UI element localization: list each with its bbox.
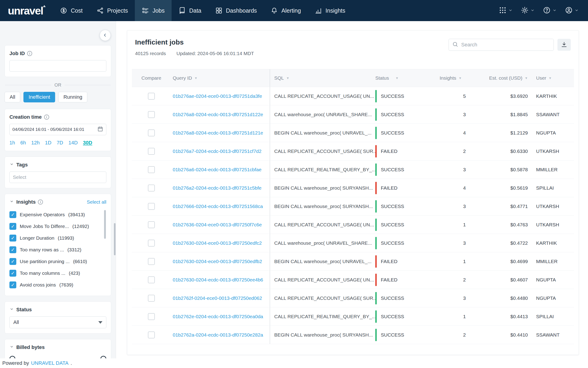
row-checkbox[interactable] <box>148 166 155 173</box>
nav-item-jobs[interactable]: Jobs <box>135 0 172 21</box>
row-checkbox[interactable] <box>148 221 155 228</box>
insight-filter-item[interactable]: ✓Too many columns ...(423) <box>9 267 106 279</box>
insight-filter-item[interactable]: ✓Expensive Operators(39413) <box>9 209 106 221</box>
sort-icon[interactable]: ▼ <box>395 76 399 80</box>
checkbox-checked-icon[interactable]: ✓ <box>9 235 16 241</box>
nav-item-insights[interactable]: Insights <box>308 0 352 21</box>
row-checkbox[interactable] <box>148 203 155 210</box>
row-checkbox[interactable] <box>148 313 155 320</box>
filter-tab-all[interactable]: All <box>5 92 20 102</box>
select-all-link[interactable]: Select all <box>87 199 106 205</box>
query-id-link[interactable]: 01b27630-0204-ece0-0013-df07250edfc2 <box>173 240 262 246</box>
sql-cell: CALL REPLICATE_ACCOUNT_USAGE( UN... <box>270 271 375 289</box>
insight-filter-item[interactable]: ✓Longer Duration(11993) <box>9 232 106 244</box>
insight-filter-item[interactable]: ✓Avoid cross joins(7639) <box>9 279 106 291</box>
row-checkbox[interactable] <box>148 184 155 192</box>
filter-tab-running[interactable]: Running <box>58 92 87 102</box>
checkbox-checked-icon[interactable]: ✓ <box>9 258 16 265</box>
query-id-link[interactable]: 01b27636-0204-ece0-0013-df07250f7c6e <box>173 222 262 228</box>
checkbox-checked-icon[interactable]: ✓ <box>9 211 16 218</box>
query-id-link[interactable]: 01b2762a-0204-ecdc-0013-df07250e282a <box>173 332 263 338</box>
sort-icon[interactable]: ▼ <box>458 76 462 80</box>
filter-tab-inefficient[interactable]: Inefficient <box>23 92 55 102</box>
checkbox-checked-icon[interactable]: ✓ <box>9 246 16 253</box>
query-id-link[interactable]: 01b276a7-0204-ecdc-0013-df07251cf7d2 <box>173 148 261 154</box>
insights-scrollbar-thumb[interactable] <box>104 210 106 239</box>
column-header-insights[interactable]: Insights▼ <box>440 69 479 87</box>
query-id-cell: 01b2762f-0204-ece0-0013-df07250ed062 <box>171 289 270 307</box>
unravel-logo[interactable]: unravel <box>8 0 43 21</box>
help-menu[interactable] <box>540 6 560 15</box>
query-id-link[interactable]: 01b2762e-0204-ecdc-0013-df07250ea0da <box>173 314 263 319</box>
sidebar-collapse-button[interactable] <box>100 30 111 41</box>
query-id-link[interactable]: 01b276a6-0204-ecdc-0013-df07251cbfae <box>173 167 261 172</box>
quick-range-12h[interactable]: 12h <box>31 140 40 146</box>
job-id-input[interactable] <box>9 60 106 72</box>
insight-filter-item[interactable]: ✓Use partition pruning ...(6610) <box>9 256 106 267</box>
column-header-compare[interactable]: Compare <box>132 69 171 87</box>
checkbox-checked-icon[interactable]: ✓ <box>9 223 16 230</box>
row-checkbox[interactable] <box>148 331 155 338</box>
query-id-link[interactable]: 01b276a8-0204-ecdc-0013-df07251d122e <box>173 112 263 117</box>
insight-filter-item[interactable]: ✓Move Jobs To Differe...(12492) <box>9 221 106 232</box>
column-header-user[interactable]: User▼ <box>536 69 574 87</box>
row-checkbox[interactable] <box>148 295 155 302</box>
row-checkbox[interactable] <box>148 276 155 283</box>
query-id-link[interactable]: 01b276a8-0204-ecdc-0013-df07251d121e <box>173 130 263 136</box>
tags-header[interactable]: Tags <box>9 162 106 168</box>
row-checkbox[interactable] <box>148 93 155 100</box>
quick-range-1h[interactable]: 1h <box>9 140 15 146</box>
row-checkbox[interactable] <box>148 129 155 136</box>
nav-item-dashboards[interactable]: Dashboards <box>208 0 264 21</box>
insight-filter-item[interactable]: ✓Too many rows as ...(3312) <box>9 244 106 256</box>
checkbox-checked-icon[interactable]: ✓ <box>9 270 16 277</box>
sort-icon[interactable]: ▼ <box>549 76 552 80</box>
query-id-link[interactable]: 01b27666-0204-ecdc-0013-df07251568ca <box>173 204 263 209</box>
nav-item-label: Projects <box>107 7 128 14</box>
query-id-link[interactable]: 01b276a2-0204-ecdc-0013-df07251c5bfe <box>173 185 261 191</box>
query-id-link[interactable]: 01b27630-0204-ecdc-0013-df07250ee4b6 <box>173 277 263 283</box>
info-icon[interactable]: i <box>38 200 43 204</box>
checkbox-checked-icon[interactable]: ✓ <box>9 281 16 288</box>
column-header-status[interactable]: Status▼ <box>375 69 440 87</box>
query-id-link[interactable]: 01b27630-0204-ece0-0013-df07250edfb2 <box>173 259 262 264</box>
chevron-down-icon[interactable] <box>9 199 14 205</box>
info-icon[interactable]: i <box>27 51 32 56</box>
products-menu[interactable] <box>518 6 538 15</box>
row-checkbox[interactable] <box>148 111 155 118</box>
download-button[interactable] <box>558 39 571 51</box>
status-bar <box>375 108 377 121</box>
column-header-sql[interactable]: SQL▼ <box>270 69 375 87</box>
query-id-link[interactable]: 01b276ae-0204-ece0-0013-df07251da3fe <box>173 93 262 99</box>
job-id-card: Job ID i <box>5 45 111 77</box>
quick-range-14d[interactable]: 14D <box>68 140 78 146</box>
sort-icon[interactable]: ▼ <box>525 76 528 80</box>
info-icon[interactable]: i <box>44 115 49 120</box>
quick-range-6h[interactable]: 6h <box>20 140 26 146</box>
column-header-query-id[interactable]: Query ID▼ <box>171 69 270 87</box>
nav-item-alerting[interactable]: Alerting <box>264 0 308 21</box>
status-select[interactable]: All <box>9 316 106 328</box>
quick-range-7d[interactable]: 7D <box>57 140 63 146</box>
row-checkbox[interactable] <box>148 240 155 247</box>
status-filter-header[interactable]: Status <box>9 307 106 313</box>
column-header-est-cost-usd[interactable]: Est. cost (USD)▼ <box>479 69 536 87</box>
nav-item-cost[interactable]: Cost <box>53 0 89 21</box>
quick-range-1d[interactable]: 1D <box>45 140 51 146</box>
apps-grid-menu[interactable] <box>496 6 516 15</box>
quick-range-30d[interactable]: 30D <box>83 140 92 146</box>
sidebar-scrollbar[interactable] <box>114 223 116 255</box>
query-id-link[interactable]: 01b2762f-0204-ece0-0013-df07250ed062 <box>173 295 262 301</box>
row-checkbox[interactable] <box>148 148 155 155</box>
tags-select-input[interactable] <box>9 172 106 183</box>
row-checkbox[interactable] <box>148 258 155 265</box>
date-range-input[interactable]: 04/06/2024 16:01 - 05/06/2024 16:01 <box>9 124 106 135</box>
sort-icon[interactable]: ▼ <box>194 76 197 80</box>
nav-item-data[interactable]: Data <box>172 0 208 21</box>
nav-item-projects[interactable]: Projects <box>90 0 135 21</box>
user-menu[interactable] <box>562 6 582 15</box>
unravel-data-link[interactable]: UNRAVEL DATA <box>31 360 68 366</box>
billed-bytes-header[interactable]: Billed bytes <box>9 344 106 350</box>
sort-icon[interactable]: ▼ <box>286 76 289 80</box>
search-input[interactable] <box>461 42 550 48</box>
